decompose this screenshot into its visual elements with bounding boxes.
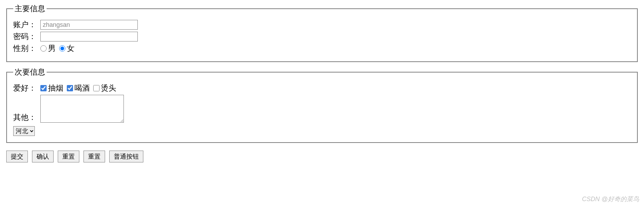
- province-select[interactable]: 河北: [13, 126, 35, 136]
- gender-female-radio[interactable]: [59, 45, 65, 52]
- hobby-smoke-label: 抽烟: [48, 83, 63, 93]
- password-input[interactable]: [40, 32, 138, 41]
- gender-male-label: 男: [48, 43, 56, 54]
- reset-button-1[interactable]: 重置: [58, 151, 79, 162]
- hobby-drink-checkbox[interactable]: [67, 85, 73, 91]
- reset-button-2[interactable]: 重置: [84, 151, 105, 162]
- other-row: 其他：: [13, 95, 631, 123]
- gender-female-item[interactable]: 女: [59, 43, 74, 54]
- confirm-button[interactable]: 确认: [32, 151, 54, 162]
- gender-male-item[interactable]: 男: [40, 43, 56, 54]
- hobby-smoke-item[interactable]: 抽烟: [40, 83, 63, 93]
- hobby-smoke-checkbox[interactable]: [40, 85, 47, 91]
- primary-info-legend: 主要信息: [13, 3, 47, 14]
- gender-male-radio[interactable]: [40, 45, 47, 52]
- hobby-checkbox-group: 抽烟 喝酒 烫头: [40, 83, 116, 93]
- password-label: 密码：: [13, 31, 40, 42]
- hobby-drink-item[interactable]: 喝酒: [67, 83, 90, 93]
- secondary-info-fieldset: 次要信息 爱好： 抽烟 喝酒 烫头 其他：: [6, 67, 638, 143]
- gender-row: 性别： 男 女: [13, 43, 631, 54]
- password-row: 密码：: [13, 31, 631, 42]
- province-row: 河北: [13, 124, 631, 136]
- submit-button[interactable]: 提交: [6, 151, 28, 162]
- gender-female-label: 女: [67, 43, 74, 54]
- gender-label: 性别：: [13, 43, 40, 54]
- hobby-label: 爱好：: [13, 83, 40, 93]
- account-row: 账户：: [13, 20, 631, 30]
- hobby-perm-label: 烫头: [101, 83, 116, 93]
- gender-radio-group: 男 女: [40, 43, 74, 54]
- button-row: 提交 确认 重置 重置 普通按钮: [6, 151, 638, 162]
- primary-info-fieldset: 主要信息 账户： 密码： 性别： 男 女: [6, 3, 638, 62]
- hobby-row: 爱好： 抽烟 喝酒 烫头: [13, 83, 631, 93]
- other-textarea[interactable]: [40, 95, 124, 123]
- secondary-info-legend: 次要信息: [13, 67, 47, 77]
- other-label: 其他：: [13, 112, 40, 123]
- normal-button[interactable]: 普通按钮: [109, 151, 143, 162]
- account-input[interactable]: [40, 20, 138, 30]
- hobby-perm-item[interactable]: 烫头: [93, 83, 116, 93]
- hobby-perm-checkbox[interactable]: [93, 85, 100, 91]
- account-label: 账户：: [13, 20, 40, 30]
- hobby-drink-label: 喝酒: [74, 83, 90, 93]
